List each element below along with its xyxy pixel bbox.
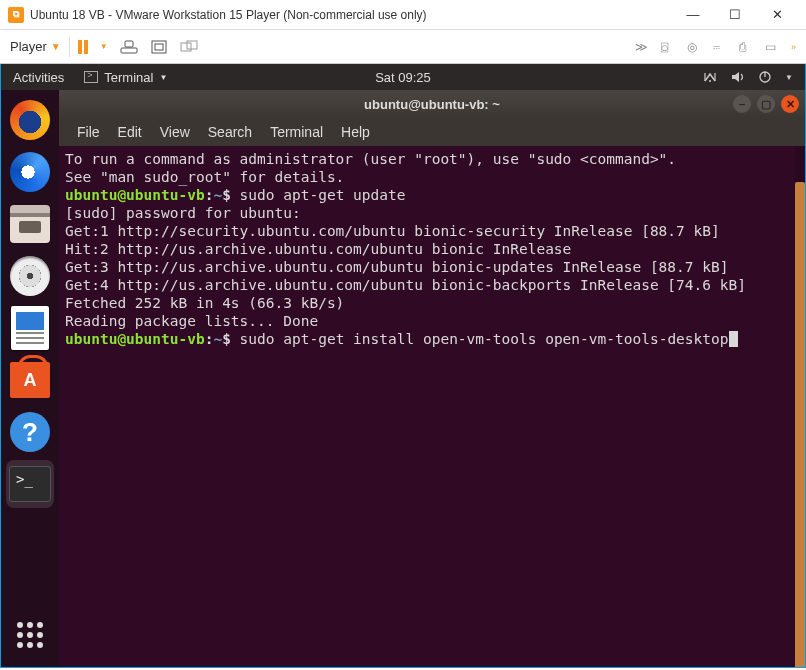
printer-icon[interactable]: ⎙ (739, 40, 757, 54)
player-label: Player (10, 39, 47, 54)
sound-icon[interactable]: ▭ (765, 40, 783, 54)
terminal-line: See "man sudo_root" for details. (65, 168, 799, 186)
svg-rect-4 (181, 43, 191, 51)
chevron-right-icon[interactable]: » (791, 42, 796, 52)
prompt-user: ubuntu@ubuntu-vb (65, 331, 205, 347)
vmware-window-title: Ubuntu 18 VB - VMware Workstation 15 Pla… (30, 8, 672, 22)
vmware-icon: ⧉ (8, 7, 24, 23)
svg-rect-0 (121, 48, 137, 53)
volume-icon (731, 71, 745, 83)
menu-search[interactable]: Search (200, 122, 260, 142)
chevron-down-icon: ▼ (51, 41, 61, 52)
rhythmbox-icon (10, 256, 50, 296)
cursor (729, 331, 738, 347)
terminal-line: ubuntu@ubuntu-vb:~$ sudo apt-get update (65, 186, 799, 204)
svg-rect-1 (125, 41, 133, 47)
svg-point-6 (709, 80, 711, 82)
app-indicator-label: Terminal (104, 70, 153, 85)
menu-terminal[interactable]: Terminal (262, 122, 331, 142)
network-icon[interactable]: ⎓ (713, 40, 731, 54)
command-text: sudo apt-get update (231, 187, 406, 203)
gnome-top-bar: Activities Terminal ▼ Sat 09:25 ▼ (1, 64, 805, 90)
terminal-content[interactable]: To run a command as administrator (user … (59, 146, 805, 667)
chevron-down-icon[interactable]: ▼ (100, 42, 108, 51)
terminal-icon (84, 71, 98, 83)
dock-item-software[interactable] (6, 356, 54, 404)
prompt-user: ubuntu@ubuntu-vb (65, 187, 205, 203)
terminal-line: Get:4 http://us.archive.ubuntu.com/ubunt… (65, 276, 799, 294)
svg-rect-5 (187, 41, 197, 49)
power-icon (759, 71, 771, 83)
dock: ? (1, 90, 59, 667)
scrollbar-thumb[interactable] (795, 182, 805, 667)
thunderbird-icon (10, 152, 50, 192)
show-applications-button[interactable] (6, 611, 54, 659)
minimize-button[interactable]: — (672, 1, 714, 29)
scrollbar[interactable] (795, 146, 805, 667)
send-ctrl-alt-del-button[interactable] (120, 39, 138, 55)
network-icon (703, 71, 717, 83)
dock-item-thunderbird[interactable] (6, 148, 54, 196)
terminal-line: To run a command as administrator (user … (65, 150, 799, 168)
dock-item-help[interactable]: ? (6, 408, 54, 456)
player-menu[interactable]: Player ▼ (10, 39, 61, 54)
cd-icon[interactable]: ◎ (687, 40, 705, 54)
terminal-line: Get:3 http://us.archive.ubuntu.com/ubunt… (65, 258, 799, 276)
help-icon: ? (10, 412, 50, 452)
activities-button[interactable]: Activities (13, 70, 64, 85)
chevron-down-icon: ▼ (159, 73, 167, 82)
window-close-button[interactable]: ✕ (781, 95, 799, 113)
vmware-toolbar: Player ▼ ▼ ≫ ⌼ ◎ ⎓ ⎙ ▭ » (0, 30, 806, 64)
dock-item-terminal[interactable] (6, 460, 54, 508)
terminal-menubar: File Edit View Search Terminal Help (59, 118, 805, 146)
terminal-title: ubuntu@ubuntu-vb: ~ (364, 97, 500, 112)
clock[interactable]: Sat 09:25 (375, 70, 431, 85)
dock-item-rhythmbox[interactable] (6, 252, 54, 300)
firefox-icon (10, 100, 50, 140)
unity-mode-button[interactable] (180, 39, 198, 55)
maximize-button[interactable]: ☐ (714, 1, 756, 29)
terminal-line: Hit:2 http://us.archive.ubuntu.com/ubunt… (65, 240, 799, 258)
terminal-line: Reading package lists... Done (65, 312, 799, 330)
dock-item-writer[interactable] (6, 304, 54, 352)
toolbar-separator (69, 37, 70, 57)
chevron-down-icon: ▼ (785, 73, 793, 82)
window-minimize-button[interactable]: – (733, 95, 751, 113)
disk-icon[interactable]: ⌼ (661, 40, 679, 54)
vmware-titlebar: ⧉ Ubuntu 18 VB - VMware Workstation 15 P… (0, 0, 806, 30)
dock-item-firefox[interactable] (6, 96, 54, 144)
terminal-titlebar[interactable]: ubuntu@ubuntu-vb: ~ – ▢ ✕ (59, 90, 805, 118)
window-maximize-button[interactable]: ▢ (757, 95, 775, 113)
terminal-line: Get:1 http://security.ubuntu.com/ubuntu … (65, 222, 799, 240)
vmware-window-controls: — ☐ ✕ (672, 1, 798, 29)
menu-file[interactable]: File (69, 122, 108, 142)
ubuntu-desktop: Activities Terminal ▼ Sat 09:25 ▼ (0, 64, 806, 668)
ubuntu-software-icon (10, 362, 50, 398)
command-text: sudo apt-get install open-vm-tools open-… (231, 331, 729, 347)
menu-edit[interactable]: Edit (110, 122, 150, 142)
app-indicator[interactable]: Terminal ▼ (84, 70, 167, 85)
libreoffice-writer-icon (11, 306, 49, 350)
system-status-area[interactable]: ▼ (703, 71, 793, 83)
terminal-window: ubuntu@ubuntu-vb: ~ – ▢ ✕ File Edit View… (59, 90, 805, 667)
dock-item-files[interactable] (6, 200, 54, 248)
prompt-path: ~ (213, 187, 222, 203)
menu-view[interactable]: View (152, 122, 198, 142)
close-button[interactable]: ✕ (756, 1, 798, 29)
pause-button[interactable] (78, 40, 88, 54)
prompt-path: ~ (213, 331, 222, 347)
terminal-line: ubuntu@ubuntu-vb:~$ sudo apt-get install… (65, 330, 799, 348)
apps-grid-icon (17, 622, 43, 648)
files-icon (10, 205, 50, 243)
terminal-line: [sudo] password for ubuntu: (65, 204, 799, 222)
svg-rect-2 (152, 41, 166, 53)
connect-icon[interactable]: ≫ (635, 40, 653, 54)
menu-help[interactable]: Help (333, 122, 378, 142)
terminal-line: Fetched 252 kB in 4s (66.3 kB/s) (65, 294, 799, 312)
fullscreen-button[interactable] (150, 39, 168, 55)
svg-rect-3 (155, 44, 163, 50)
terminal-icon (9, 466, 51, 502)
